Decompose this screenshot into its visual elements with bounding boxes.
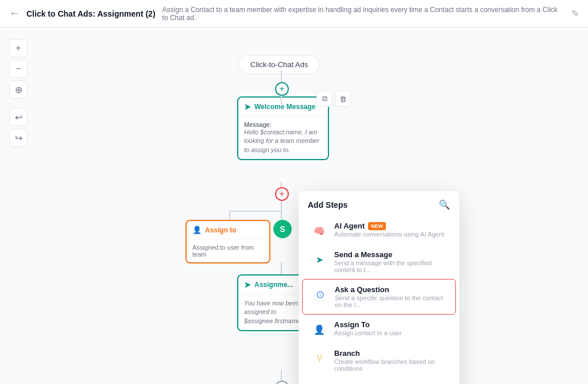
step-desc: Assign contact to a user bbox=[334, 329, 401, 336]
step-desc: Send a specific question to the contact … bbox=[335, 294, 446, 308]
step-item-ask-question[interactable]: ⊙ Ask a Question Send a specific questio… bbox=[302, 279, 456, 315]
page-subtitle: Assign a Contact to a team member with e… bbox=[163, 6, 564, 22]
branch-icon: ⑂ bbox=[311, 350, 327, 366]
step-desc: Create workflow branches based on condit… bbox=[334, 358, 447, 372]
send-message-icon: ➤ bbox=[311, 251, 327, 267]
back-button[interactable]: ← bbox=[9, 7, 20, 20]
step-item-send-message[interactable]: ➤ Send a Message Send a message with the… bbox=[302, 245, 456, 279]
node-toolbar: ⧉ 🗑 bbox=[316, 91, 351, 107]
ask-question-icon: ⊙ bbox=[312, 286, 328, 302]
add-step-button-bottom[interactable]: + bbox=[275, 381, 289, 384]
s-button[interactable]: S bbox=[273, 220, 292, 238]
workflow-canvas: + − ⊕ ↩ ↪ Click-to-Chat Ads + ⧉ 🗑 ➤ Welc… bbox=[0, 28, 588, 384]
redo-button[interactable]: ↪ bbox=[9, 129, 28, 147]
step-title-text: AI Agent bbox=[334, 222, 365, 230]
copy-node-button[interactable]: ⧉ bbox=[316, 91, 332, 107]
step-item-update-contact[interactable]: 👤 Update Contact Field Modifies contact … bbox=[302, 378, 456, 384]
add-step-button-top[interactable]: + bbox=[275, 82, 289, 96]
zoom-controls: + − ⊕ bbox=[9, 39, 28, 99]
app-header: ← Click to Chat Ads: Assignment (2) Assi… bbox=[0, 0, 588, 28]
step-item-assign-to[interactable]: 👤 Assign To Assign contact to a user bbox=[302, 315, 456, 343]
assign-icon: 👤 bbox=[192, 226, 202, 234]
welcome-message-node: ➤ Welcome Message Message: Hello $contac… bbox=[237, 96, 329, 160]
send-icon: ➤ bbox=[244, 102, 251, 111]
assign-to-node: 👤 Assign to Assigned to user from team bbox=[185, 220, 270, 263]
ai-agent-icon: 🧠 bbox=[311, 223, 327, 239]
add-step-button-main[interactable]: + bbox=[275, 187, 289, 201]
undo-button[interactable]: ↩ bbox=[9, 108, 28, 126]
add-steps-panel: Add Steps 🔍 🧠 AI Agent NEW Automate conv… bbox=[299, 191, 459, 384]
delete-node-button[interactable]: 🗑 bbox=[335, 91, 351, 107]
undo-redo-controls: ↩ ↪ bbox=[9, 108, 28, 147]
add-steps-title: Add Steps bbox=[308, 200, 347, 210]
edit-icon[interactable]: ✎ bbox=[571, 8, 579, 19]
search-icon[interactable]: 🔍 bbox=[439, 199, 450, 210]
step-item-ai-agent[interactable]: 🧠 AI Agent NEW Automate conversations us… bbox=[302, 216, 456, 245]
zoom-in-button[interactable]: + bbox=[9, 39, 28, 57]
fit-button[interactable]: ⊕ bbox=[9, 80, 28, 99]
page-title: Click to Chat Ads: Assignment (2) bbox=[26, 9, 156, 18]
send-icon-2: ➤ bbox=[244, 280, 251, 289]
zoom-out-button[interactable]: − bbox=[9, 60, 28, 78]
step-desc: Automate conversations using AI Agent bbox=[334, 231, 444, 238]
new-badge: NEW bbox=[368, 222, 386, 230]
step-desc: Send a message with the specified conten… bbox=[334, 259, 447, 273]
start-node: Click-to-Chat Ads bbox=[238, 55, 320, 74]
assign-to-icon: 👤 bbox=[311, 321, 327, 338]
step-item-branch[interactable]: ⑂ Branch Create workflow branches based … bbox=[302, 343, 456, 378]
